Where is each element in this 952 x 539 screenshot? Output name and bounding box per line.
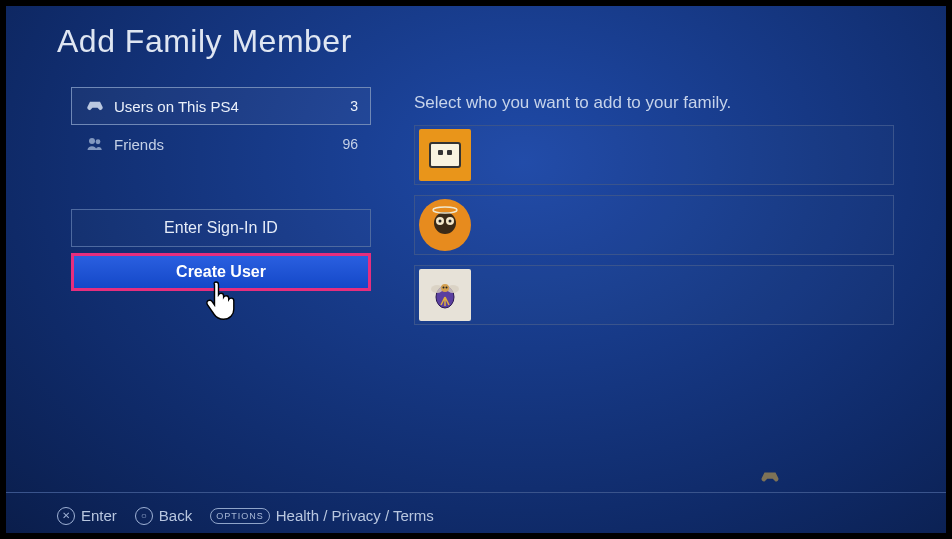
svg-point-5 — [439, 220, 442, 223]
footer-options: OPTIONS Health / Privacy / Terms — [210, 507, 434, 524]
footer-back: ○ Back — [135, 507, 192, 525]
avatar — [419, 129, 471, 181]
tab-label: Friends — [114, 136, 164, 153]
svg-point-0 — [89, 138, 95, 144]
select-prompt: Select who you want to add to your famil… — [414, 93, 894, 113]
tab-count: 3 — [350, 98, 358, 114]
footer-label: Health / Privacy / Terms — [276, 507, 434, 524]
svg-point-6 — [449, 220, 452, 223]
footer-enter: ✕ Enter — [57, 507, 117, 525]
friends-icon — [84, 135, 106, 153]
tab-friends[interactable]: Friends 96 — [71, 125, 371, 163]
footer-label: Enter — [81, 507, 117, 524]
button-label: Create User — [176, 263, 266, 281]
tab-count: 96 — [342, 136, 358, 152]
options-button-icon: OPTIONS — [210, 508, 270, 524]
page-title: Add Family Member — [57, 23, 352, 60]
svg-point-1 — [96, 139, 101, 144]
cross-button-icon: ✕ — [57, 507, 75, 525]
avatar — [419, 199, 471, 251]
circle-button-icon: ○ — [135, 507, 153, 525]
user-row[interactable] — [414, 125, 894, 185]
user-row[interactable] — [414, 195, 894, 255]
controller-status-icon — [759, 470, 781, 484]
svg-point-13 — [443, 287, 445, 289]
right-panel: Select who you want to add to your famil… — [414, 93, 894, 335]
tab-users-on-ps4[interactable]: Users on This PS4 3 — [71, 87, 371, 125]
footer-label: Back — [159, 507, 192, 524]
left-panel: Users on This PS4 3 Friends 96 Enter Sig… — [71, 87, 371, 291]
avatar — [419, 269, 471, 321]
create-user-button[interactable]: Create User — [71, 253, 371, 291]
footer-bar: ✕ Enter ○ Back OPTIONS Health / Privacy … — [1, 492, 951, 538]
user-row[interactable] — [414, 265, 894, 325]
controller-icon — [84, 100, 106, 112]
svg-point-12 — [441, 284, 449, 292]
enter-signin-id-button[interactable]: Enter Sign-In ID — [71, 209, 371, 247]
tab-label: Users on This PS4 — [114, 98, 239, 115]
svg-point-14 — [446, 287, 448, 289]
button-label: Enter Sign-In ID — [164, 219, 278, 237]
